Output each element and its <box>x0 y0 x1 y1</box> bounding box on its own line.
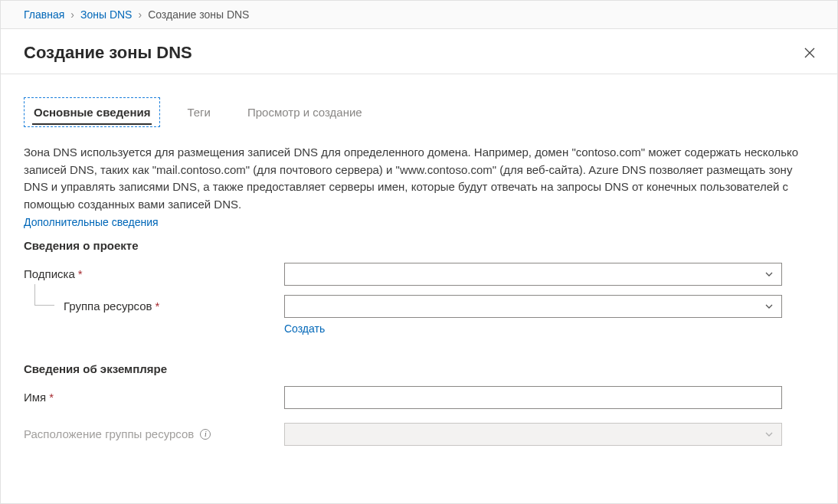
tree-connector <box>34 284 54 306</box>
chevron-down-icon <box>764 302 774 311</box>
subscription-select[interactable] <box>284 263 782 286</box>
breadcrumb-current: Создание зоны DNS <box>148 8 249 21</box>
section-project-details: Сведения о проекте <box>24 239 814 252</box>
rg-location-label-text: Расположение группы ресурсов <box>24 427 194 440</box>
rg-location-select <box>284 423 782 446</box>
chevron-right-icon: › <box>70 8 74 21</box>
name-label-text: Имя <box>24 391 46 404</box>
tabs: Основные сведения Теги Просмотр и создан… <box>24 97 814 127</box>
resource-group-label-text: Группа ресурсов <box>64 299 152 313</box>
tab-basics[interactable]: Основные сведения <box>24 97 160 127</box>
chevron-right-icon: › <box>138 8 142 21</box>
create-new-link[interactable]: Создать <box>284 322 325 335</box>
learn-more-link[interactable]: Дополнительные сведения <box>24 216 159 228</box>
required-marker: * <box>78 267 83 280</box>
breadcrumb-home[interactable]: Главная <box>24 8 64 21</box>
info-icon[interactable]: i <box>200 429 211 440</box>
close-button[interactable] <box>802 45 817 61</box>
name-input[interactable] <box>284 386 782 409</box>
subscription-label: Подписка * <box>24 263 284 280</box>
chevron-down-icon <box>764 430 774 439</box>
breadcrumb-dns-zones[interactable]: Зоны DNS <box>80 8 132 21</box>
section-instance-details: Сведения об экземпляре <box>24 362 814 375</box>
breadcrumb: Главная › Зоны DNS › Создание зоны DNS <box>1 1 837 29</box>
rg-location-label: Расположение группы ресурсов i <box>24 423 284 440</box>
name-label: Имя * <box>24 386 284 404</box>
description-text: Зона DNS используется для размещения зап… <box>24 144 814 213</box>
close-icon <box>804 47 816 59</box>
resource-group-select[interactable] <box>284 295 782 318</box>
page-title: Создание зоны DNS <box>24 43 192 63</box>
subscription-label-text: Подписка <box>24 267 75 280</box>
required-marker: * <box>49 391 54 404</box>
tab-tags[interactable]: Теги <box>177 97 221 127</box>
chevron-down-icon <box>764 270 774 279</box>
resource-group-label: Группа ресурсов * <box>24 295 284 313</box>
required-marker: * <box>155 299 160 313</box>
tab-review-create[interactable]: Просмотр и создание <box>237 97 372 127</box>
